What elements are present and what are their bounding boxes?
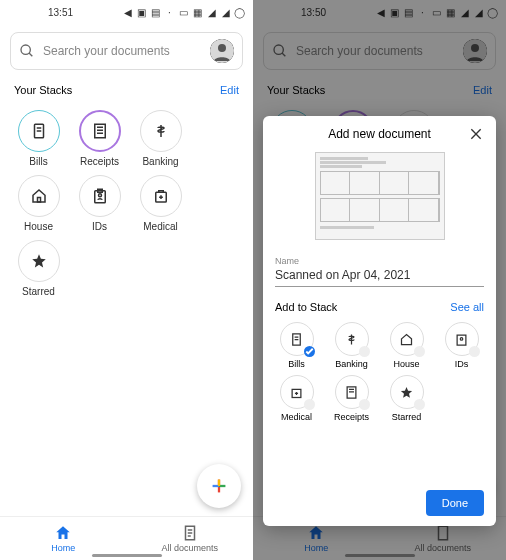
receipt-icon	[91, 122, 109, 140]
search-box[interactable]: Search your documents	[10, 32, 243, 70]
bottom-nav: Home All documents	[0, 516, 253, 560]
status-time: 13:51	[48, 7, 73, 18]
edit-link[interactable]: Edit	[220, 84, 239, 96]
doc-icon: ▤	[150, 7, 161, 18]
svg-point-8	[98, 194, 101, 197]
add-to-row: Add to Stack See all	[263, 287, 496, 317]
dstack-medical[interactable]: Medical	[269, 372, 324, 425]
send-icon: ◀	[122, 7, 133, 18]
svg-point-0	[21, 45, 30, 54]
card-icon: ▭	[178, 7, 189, 18]
svg-point-20	[460, 337, 463, 340]
dstack-starred[interactable]: Starred	[379, 372, 434, 425]
stack-label: Medical	[143, 221, 177, 232]
stacks-grid: Bills Receipts Banking House IDs Medical…	[0, 102, 253, 305]
name-value: Scanned on Apr 04, 2021	[275, 266, 484, 282]
stack-bills[interactable]: Bills	[8, 106, 69, 171]
dialog-stacks: Bills Banking House IDs Medical Receipts…	[263, 317, 496, 427]
screen-main: 13:51 ◀ ▣ ▤ · ▭ ▦ ◢ ◢ ◯ Search your docu…	[0, 0, 253, 560]
medical-icon	[152, 187, 170, 205]
search-placeholder: Search your documents	[43, 44, 202, 58]
stack-starred[interactable]: Starred	[8, 236, 69, 301]
stack-ids[interactable]: IDs	[69, 171, 130, 236]
avatar[interactable]	[210, 39, 234, 63]
nav-label: All documents	[161, 543, 218, 553]
house-icon	[399, 332, 414, 347]
stack-label: Receipts	[80, 156, 119, 167]
nav-handle	[92, 554, 162, 557]
dollar-icon	[152, 122, 170, 140]
close-icon[interactable]	[468, 126, 484, 142]
home-icon	[54, 524, 72, 542]
selected-badge	[304, 346, 315, 357]
twitch-icon: ▣	[136, 7, 147, 18]
id-icon	[454, 332, 469, 347]
search-icon	[19, 43, 35, 59]
star-icon	[399, 385, 414, 400]
medical-icon	[289, 385, 304, 400]
scan-preview	[315, 152, 445, 240]
add-to-label: Add to Stack	[275, 301, 337, 313]
status-bar: 13:51 ◀ ▣ ▤ · ▭ ▦ ◢ ◢ ◯	[0, 0, 253, 24]
svg-line-1	[29, 53, 32, 56]
dot-icon: ·	[164, 7, 175, 18]
stack-label: IDs	[92, 221, 107, 232]
receipt-icon	[344, 385, 359, 400]
done-button[interactable]: Done	[426, 490, 484, 516]
stack-house[interactable]: House	[8, 171, 69, 236]
svg-rect-6	[37, 198, 40, 203]
name-field[interactable]: Name Scanned on Apr 04, 2021	[275, 254, 484, 287]
docs-icon	[181, 524, 199, 542]
nav-label: Home	[51, 543, 75, 553]
stack-banking[interactable]: Banking	[130, 106, 191, 171]
dstack-banking[interactable]: Banking	[324, 319, 379, 372]
bill-icon	[30, 122, 48, 140]
dstack-ids[interactable]: IDs	[434, 319, 489, 372]
star-icon	[30, 252, 48, 270]
svg-point-3	[218, 44, 226, 52]
dstack-receipts[interactable]: Receipts	[324, 372, 379, 425]
section-header: Your Stacks Edit	[0, 78, 253, 102]
signal-icon: ◢	[220, 7, 231, 18]
name-label: Name	[275, 256, 484, 266]
wifi-icon: ◢	[206, 7, 217, 18]
dstack-house[interactable]: House	[379, 319, 434, 372]
screen-dialog: 13:50 ◀ ▣ ▤ · ▭ ▦ ◢ ◢ ◯ Search your docu…	[253, 0, 506, 560]
battery-icon: ◯	[234, 7, 245, 18]
stack-medical[interactable]: Medical	[130, 171, 191, 236]
pic-icon: ▦	[192, 7, 203, 18]
stack-label: House	[24, 221, 53, 232]
dstack-bills[interactable]: Bills	[269, 319, 324, 372]
dialog-title: Add new document	[328, 127, 431, 141]
stack-label: Bills	[29, 156, 47, 167]
section-title: Your Stacks	[14, 84, 72, 96]
see-all-link[interactable]: See all	[450, 301, 484, 313]
house-icon	[30, 187, 48, 205]
add-document-dialog: Add new document Name Scanned on Apr 04,…	[263, 116, 496, 526]
id-icon	[91, 187, 109, 205]
fab-add[interactable]	[197, 464, 241, 508]
plus-icon	[208, 475, 230, 497]
stack-label: Banking	[142, 156, 178, 167]
bill-icon	[289, 332, 304, 347]
stack-receipts[interactable]: Receipts	[69, 106, 130, 171]
dollar-icon	[344, 332, 359, 347]
dialog-header: Add new document	[263, 116, 496, 152]
stack-label: Starred	[22, 286, 55, 297]
